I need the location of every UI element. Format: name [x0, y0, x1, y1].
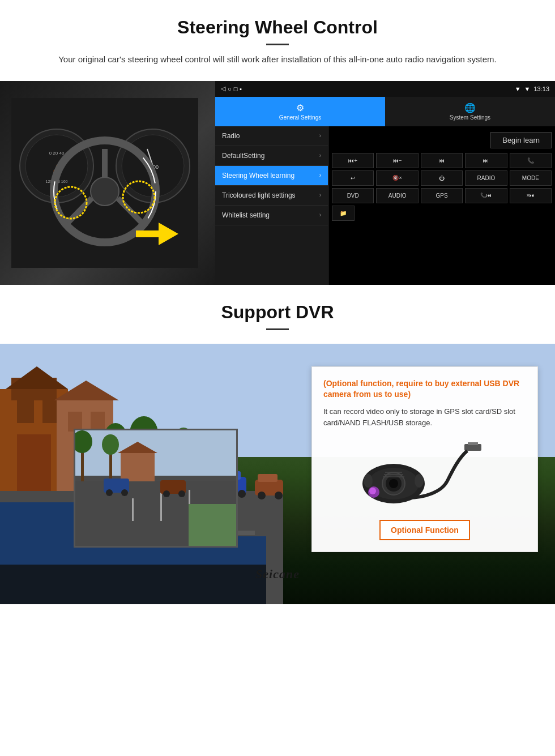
- begin-learn-row: Begin learn: [332, 130, 552, 151]
- svg-point-74: [178, 490, 185, 497]
- dvr-inset-scene: [75, 430, 238, 548]
- svg-rect-25: [17, 400, 34, 423]
- btn-gps[interactable]: GPS: [421, 188, 463, 203]
- svg-point-73: [163, 490, 170, 497]
- menu-item-defaultsetting[interactable]: DefaultSetting ›: [215, 146, 328, 166]
- svg-point-84: [415, 474, 424, 488]
- svg-rect-51: [258, 474, 278, 482]
- btn-phone[interactable]: 📞: [510, 153, 552, 168]
- svg-rect-27: [17, 434, 51, 491]
- wifi-icon: ▼: [524, 86, 531, 92]
- menu-item-tricoloured[interactable]: Tricoloured light settings ›: [215, 186, 328, 206]
- btn-prev[interactable]: ⏮: [421, 153, 463, 168]
- settings-tabs: ⚙ General Settings 🌐 System Settings: [215, 97, 555, 126]
- chevron-icon: ›: [319, 172, 321, 178]
- dvr-info-text: It can record video only to storage in G…: [323, 406, 526, 430]
- tab-system-settings[interactable]: 🌐 System Settings: [385, 97, 555, 126]
- android-status-bar: ◁ ○ □ ▪ ▼ ▼ 13:13: [215, 81, 555, 97]
- section1-divider: [266, 44, 289, 45]
- chevron-icon: ›: [319, 133, 321, 139]
- seicane-brand-text: Seicane: [255, 567, 300, 581]
- svg-rect-66: [132, 498, 134, 521]
- system-icon: 🌐: [464, 102, 476, 113]
- button-row-4: 📁: [332, 206, 552, 221]
- android-ui: ◁ ○ □ ▪ ▼ ▼ 13:13 ⚙ General Settings 🌐: [215, 81, 555, 285]
- nav-menu-icon: ▪: [240, 86, 242, 92]
- dvr-info-box: (Optional function, require to buy exter…: [311, 366, 538, 553]
- dvr-camera-svg: [357, 441, 493, 509]
- svg-rect-56: [0, 565, 266, 604]
- dvr-section: Support DVR: [0, 285, 555, 604]
- chevron-icon: ›: [319, 152, 321, 159]
- gear-icon: ⚙: [296, 102, 304, 113]
- seicane-brand: Seicane: [255, 567, 300, 582]
- btn-audio[interactable]: AUDIO: [376, 188, 418, 203]
- settings-menu: Radio › DefaultSetting › Steering Wheel …: [215, 126, 328, 285]
- section1-header: Steering Wheel Control Your original car…: [0, 0, 555, 72]
- menu-item-whitelist[interactable]: Whitelist setting ›: [215, 206, 328, 225]
- svg-point-86: [369, 488, 376, 494]
- chevron-icon: ›: [319, 212, 321, 218]
- button-row-2: ↩ 🔇× ⏻ RADIO MODE: [332, 170, 552, 186]
- svg-point-49: [238, 490, 246, 498]
- button-row-1: ⏮+ ⏮− ⏮ ⏭ 📞: [332, 153, 552, 168]
- svg-point-62: [102, 434, 119, 455]
- tab-general-settings[interactable]: ⚙ General Settings: [215, 97, 385, 126]
- svg-rect-77: [468, 442, 478, 445]
- steering-wheel-photo: 0 20 40 80 120 140 160 3000: [0, 81, 215, 285]
- status-time: 13:13: [533, 86, 549, 92]
- dvr-background-photo: (Optional function, require to buy exter…: [0, 344, 555, 604]
- btn-power[interactable]: ⏻: [421, 170, 463, 186]
- svg-point-52: [258, 492, 266, 499]
- svg-point-71: [121, 489, 128, 496]
- steering-wheel-graphic: 0 20 40 80 120 140 160 3000: [11, 98, 198, 268]
- menu-item-radio[interactable]: Radio ›: [215, 126, 328, 146]
- svg-point-83: [364, 474, 373, 488]
- btn-file[interactable]: 📁: [332, 206, 355, 221]
- btn-back[interactable]: ↩: [332, 170, 374, 186]
- dvr-camera-image: [323, 438, 526, 512]
- menu-item-radio-label: Radio: [222, 132, 319, 140]
- btn-mode[interactable]: MODE: [510, 170, 552, 186]
- nav-back-icon: ◁: [221, 85, 225, 92]
- chevron-icon: ›: [319, 192, 321, 198]
- dvr-info-title: (Optional function, require to buy exter…: [323, 378, 526, 400]
- btn-dvd[interactable]: DVD: [332, 188, 374, 203]
- menu-item-defaultsetting-label: DefaultSetting: [222, 152, 319, 160]
- steering-container: 0 20 40 80 120 140 160 3000: [0, 81, 555, 285]
- settings-body: Radio › DefaultSetting › Steering Wheel …: [215, 126, 555, 285]
- dvr-header: Support DVR: [0, 285, 555, 344]
- svg-point-70: [106, 489, 113, 496]
- svg-point-53: [275, 492, 283, 499]
- btn-mute[interactable]: 🔇×: [376, 170, 418, 186]
- tab-system-label: System Settings: [450, 114, 490, 121]
- menu-item-tricoloured-label: Tricoloured light settings: [222, 191, 319, 199]
- optional-function-button[interactable]: Optional Function: [379, 520, 470, 540]
- status-icons: ◁ ○ □ ▪: [221, 85, 242, 92]
- svg-rect-67: [160, 493, 162, 521]
- nav-home-icon: ○: [228, 86, 232, 92]
- begin-learn-button[interactable]: Begin learn: [490, 132, 552, 148]
- svg-rect-75: [189, 504, 238, 548]
- svg-rect-63: [121, 453, 155, 481]
- signal-icon: ▼: [515, 86, 521, 92]
- menu-item-steering-label: Steering Wheel learning: [222, 172, 319, 180]
- btn-vol-down[interactable]: ⏮−: [376, 153, 418, 168]
- button-grid-area: Begin learn ⏮+ ⏮− ⏮ ⏭ 📞 ↩ 🔇× ⏻: [328, 126, 555, 285]
- svg-point-12: [91, 177, 119, 206]
- section1-description: Your original car's steering wheel contr…: [45, 53, 510, 66]
- section1-title: Steering Wheel Control: [23, 17, 532, 38]
- menu-item-steering-wheel[interactable]: Steering Wheel learning ›: [215, 166, 328, 186]
- btn-radio[interactable]: RADIO: [465, 170, 507, 186]
- svg-text:0 20 40: 0 20 40: [49, 151, 65, 156]
- svg-rect-20: [136, 230, 160, 237]
- btn-mute-next[interactable]: ×⏭: [510, 188, 552, 203]
- btn-vol-up[interactable]: ⏮+: [332, 153, 374, 168]
- button-row-3: DVD AUDIO GPS 📞⏮ ×⏭: [332, 188, 552, 203]
- nav-square-icon: □: [234, 86, 238, 92]
- tab-general-label: General Settings: [279, 114, 322, 121]
- steering-wheel-section: Steering Wheel Control Your original car…: [0, 0, 555, 285]
- btn-next[interactable]: ⏭: [465, 153, 507, 168]
- btn-phone-prev[interactable]: 📞⏮: [465, 188, 507, 203]
- dvr-divider: [266, 328, 289, 330]
